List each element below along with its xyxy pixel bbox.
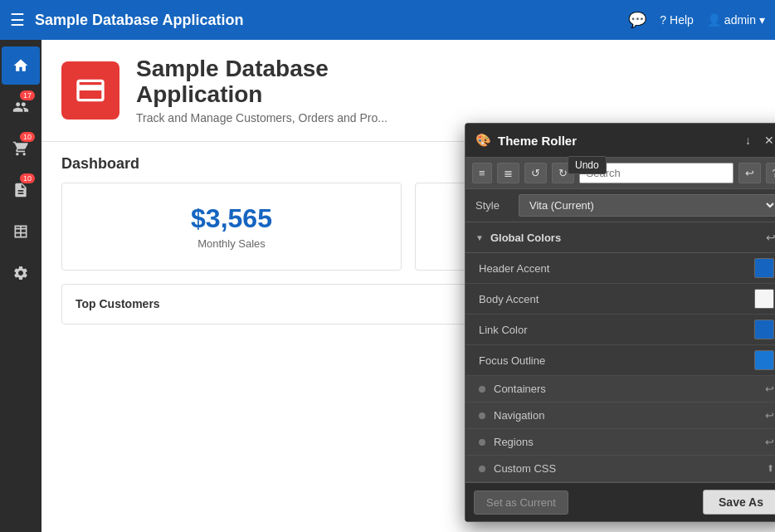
user-name: admin — [724, 13, 756, 27]
theme-roller-panel: 🎨 Theme Roller ↓ ✕ ≡ ≣ ↺ ↻ ↩ ? St — [465, 123, 775, 522]
header-accent-swatch[interactable] — [754, 258, 774, 278]
style-row: Style Vita (Current) — [465, 189, 775, 222]
panel-title-text: Theme Roller — [498, 134, 577, 148]
body-accent-label: Body Accent — [479, 293, 754, 305]
style-label: Style — [475, 199, 509, 212]
app-icon — [61, 61, 119, 120]
link-color-row: Link Color — [465, 315, 775, 345]
body-accent-row: Body Accent — [465, 284, 775, 315]
containers-subsection[interactable]: Containers ↩ — [465, 376, 775, 403]
panel-footer: Set as Current Save As — [465, 482, 775, 521]
navigation-reset-button[interactable]: ↩ — [765, 409, 774, 422]
redo-button[interactable]: ↻ — [552, 163, 574, 183]
sidebar-item-table[interactable] — [2, 212, 40, 251]
panel-toolbar: ≡ ≣ ↺ ↻ ↩ ? — [465, 158, 775, 189]
monthly-sales-label: Monthly Sales — [82, 237, 381, 250]
help-label: Help — [670, 13, 694, 27]
header-accent-row: Header Accent — [465, 253, 775, 284]
sidebar-item-home[interactable] — [2, 46, 40, 85]
panel-title-icon: 🎨 — [475, 133, 491, 148]
orders-badge: 10 — [20, 132, 35, 142]
help-question-icon: ? — [660, 13, 666, 27]
sidebar: 17 10 10 — [0, 40, 41, 532]
list-view-1-button[interactable]: ≡ — [472, 163, 492, 183]
reports-badge: 10 — [20, 173, 35, 183]
sidebar-item-settings[interactable] — [2, 254, 40, 292]
save-as-button[interactable]: Save As — [703, 490, 775, 515]
focus-outline-row: Focus Outline — [465, 345, 775, 376]
custom-css-reset-button[interactable]: ⬆ — [767, 463, 774, 474]
users-badge: 17 — [20, 90, 35, 100]
app-title-block: Sample DatabaseApplication Track and Man… — [136, 56, 388, 124]
monthly-sales-value: $3,565 — [82, 203, 381, 234]
back-button[interactable]: ↩ — [738, 163, 761, 183]
link-color-label: Link Color — [479, 324, 754, 336]
regions-label: Regions — [494, 436, 765, 448]
regions-dot — [479, 439, 485, 446]
section-arrow-icon: ▼ — [475, 233, 484, 242]
containers-dot — [479, 386, 485, 393]
sidebar-item-orders[interactable]: 10 — [2, 129, 40, 168]
panel-title: 🎨 Theme Roller — [475, 133, 577, 148]
set-as-current-button[interactable]: Set as Current — [474, 491, 568, 515]
top-customers-title: Top Customers — [76, 297, 160, 310]
help-link[interactable]: ? Help — [660, 13, 694, 27]
help-button[interactable]: ? — [766, 163, 775, 183]
panel-close-button[interactable]: ✕ — [761, 132, 775, 149]
containers-label: Containers — [494, 383, 765, 395]
custom-css-subsection[interactable]: Custom CSS ⬆ — [465, 456, 775, 482]
panel-header-actions: ↓ ✕ — [742, 132, 775, 149]
focus-outline-label: Focus Outline — [479, 354, 754, 367]
link-color-swatch[interactable] — [754, 320, 774, 339]
panel-header: 🎨 Theme Roller ↓ ✕ — [465, 124, 775, 158]
content-area: Sample DatabaseApplication Track and Man… — [41, 40, 775, 532]
header-accent-label: Header Accent — [479, 262, 754, 275]
chat-icon[interactable]: 💬 — [628, 11, 646, 29]
undo-button[interactable]: ↺ — [524, 163, 547, 183]
global-colors-section-header[interactable]: ▼ Global Colors ↩ — [465, 222, 775, 253]
navigation-label: Navigation — [494, 409, 765, 422]
app-subtitle: Track and Manage Customers, Orders and P… — [136, 111, 388, 124]
app-main-title: Sample DatabaseApplication — [136, 56, 388, 108]
app-nav-title: Sample Database Application — [35, 12, 618, 29]
regions-subsection[interactable]: Regions ↩ — [465, 429, 775, 456]
nav-actions: 💬 ? Help 👤 admin ▾ — [628, 11, 765, 29]
list-view-2-button[interactable]: ≣ — [497, 163, 519, 183]
main-layout: 17 10 10 Sample DatabaseApplication — [0, 40, 775, 532]
global-colors-reset-button[interactable]: ↩ — [764, 229, 775, 246]
containers-reset-button[interactable]: ↩ — [765, 383, 774, 395]
custom-css-dot — [479, 466, 485, 472]
style-select[interactable]: Vita (Current) — [519, 194, 775, 217]
panel-download-button[interactable]: ↓ — [742, 132, 754, 149]
global-colors-label: Global Colors — [490, 232, 764, 244]
regions-reset-button[interactable]: ↩ — [765, 436, 774, 448]
search-input[interactable] — [579, 163, 734, 183]
top-nav: ☰ Sample Database Application 💬 ? Help 👤… — [0, 0, 775, 40]
sidebar-item-reports[interactable]: 10 — [2, 171, 40, 209]
user-icon: 👤 — [707, 13, 721, 27]
sidebar-item-users[interactable]: 17 — [2, 88, 40, 126]
monthly-sales-card: $3,565 Monthly Sales — [61, 183, 402, 271]
focus-outline-swatch[interactable] — [754, 350, 774, 370]
body-accent-swatch[interactable] — [754, 289, 774, 309]
dropdown-arrow-icon: ▾ — [759, 13, 765, 27]
navigation-subsection[interactable]: Navigation ↩ — [465, 403, 775, 429]
hamburger-icon[interactable]: ☰ — [10, 10, 25, 30]
navigation-dot — [479, 412, 485, 419]
user-menu[interactable]: 👤 admin ▾ — [707, 13, 765, 27]
custom-css-label: Custom CSS — [494, 462, 767, 475]
